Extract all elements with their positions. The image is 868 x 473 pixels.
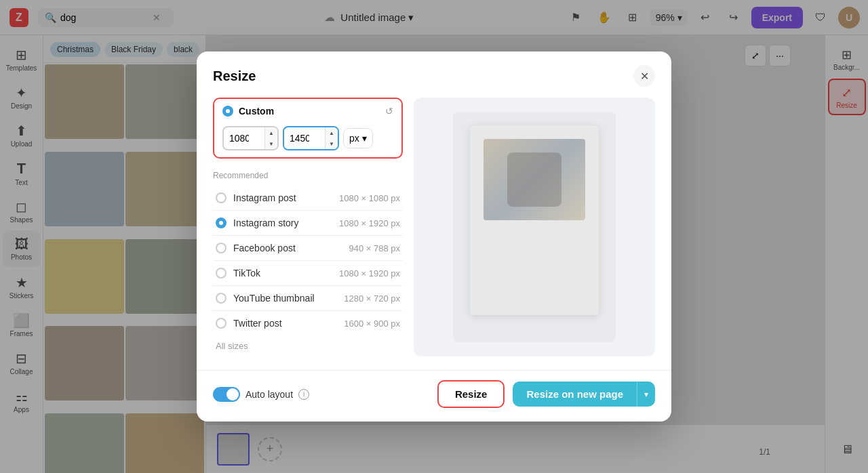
width-down-btn[interactable]: ▼ [265,138,277,149]
size-inputs: ▲ ▼ ▲ ▼ [222,126,393,150]
instagram-story-radio[interactable] [216,218,226,228]
modal-preview [414,98,655,356]
width-spinners: ▲ ▼ [264,127,277,149]
resize-on-new-page-dropdown-button[interactable]: ▾ [637,382,655,407]
recommended-label: Recommended [213,167,403,186]
twitter-radio[interactable] [216,318,226,329]
height-down-btn[interactable]: ▼ [326,138,338,149]
preview-container [453,112,616,342]
height-input[interactable] [284,129,325,148]
modal-header: Resize ✕ [197,52,671,98]
facebook-post-radio[interactable] [216,243,226,253]
modal-body: Custom ↺ ▲ ▼ [197,98,671,370]
size-option-youtube-thumbnail[interactable]: YouTube thumbnail 1280 × 720 px [213,286,403,311]
auto-layout-switch[interactable] [213,387,240,402]
unit-select[interactable]: px ▾ [343,128,373,148]
auto-layout-label: Auto layout [245,389,293,400]
width-up-btn[interactable]: ▲ [265,127,277,138]
height-spinners: ▲ ▼ [325,127,338,149]
size-option-facebook-post[interactable]: Facebook post 940 × 788 px [213,236,403,261]
unit-chevron-icon: ▾ [362,133,367,144]
height-input-box[interactable]: ▲ ▼ [283,126,339,150]
custom-radio[interactable] [222,106,233,117]
auto-layout-info-icon[interactable]: i [298,389,309,400]
size-options-list: Instagram post 1080 × 1080 px Instagram … [213,186,403,335]
modal-title: Resize [213,68,256,84]
custom-label: Custom [239,106,380,117]
width-input-box[interactable]: ▲ ▼ [222,126,279,150]
resize-on-new-page-button[interactable]: Resize on new page [513,382,637,407]
refresh-icon[interactable]: ↺ [385,106,393,117]
resize-modal: Resize ✕ Custom ↺ [197,52,671,421]
modal-left-panel: Custom ↺ ▲ ▼ [213,98,403,356]
size-option-twitter-post[interactable]: Twitter post 1600 × 900 px [213,311,403,335]
youtube-radio[interactable] [216,293,226,304]
height-up-btn[interactable]: ▲ [326,127,338,138]
size-option-tiktok[interactable]: TikTok 1080 × 1920 px [213,261,403,286]
custom-size-row[interactable]: Custom ↺ ▲ ▼ [213,98,403,159]
preview-photo [484,139,585,220]
modal-footer: Auto layout i Resize Resize on new page … [197,370,671,421]
modal-overlay[interactable]: Resize ✕ Custom ↺ [0,0,868,473]
modal-close-button[interactable]: ✕ [633,65,655,87]
tiktok-radio[interactable] [216,268,226,279]
resize-button[interactable]: Resize [437,380,505,408]
auto-layout-toggle[interactable]: Auto layout i [213,387,429,402]
all-sizes-link[interactable]: All sizes [213,335,403,356]
instagram-post-radio[interactable] [216,192,226,203]
resize-on-new-page-group: Resize on new page ▾ [513,382,655,407]
width-input[interactable] [224,129,264,148]
preview-canvas [470,125,599,315]
size-option-instagram-story[interactable]: Instagram story 1080 × 1920 px [213,211,403,236]
size-option-instagram-post[interactable]: Instagram post 1080 × 1080 px [213,186,403,211]
